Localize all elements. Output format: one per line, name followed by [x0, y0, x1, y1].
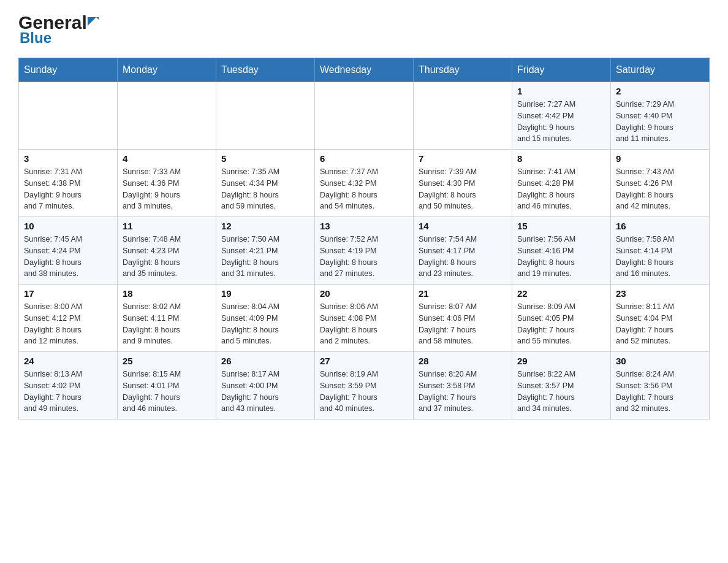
day-number: 6 — [320, 153, 408, 164]
day-info: Sunrise: 7:56 AMSunset: 4:16 PMDaylight:… — [517, 234, 605, 280]
weekday-header-wednesday: Wednesday — [315, 58, 414, 82]
header: General Blue — [18, 12, 710, 47]
day-number: 4 — [123, 153, 211, 164]
calendar-week-5: 24Sunrise: 8:13 AMSunset: 4:02 PMDayligh… — [19, 352, 710, 419]
day-info: Sunrise: 8:13 AMSunset: 4:02 PMDaylight:… — [24, 369, 112, 415]
day-number: 29 — [517, 356, 605, 366]
calendar-cell: 1Sunrise: 7:27 AMSunset: 4:42 PMDaylight… — [512, 82, 611, 150]
calendar-cell: 26Sunrise: 8:17 AMSunset: 4:00 PMDayligh… — [216, 352, 315, 419]
day-info: Sunrise: 7:45 AMSunset: 4:24 PMDaylight:… — [24, 234, 112, 280]
calendar-cell: 22Sunrise: 8:09 AMSunset: 4:05 PMDayligh… — [512, 285, 611, 352]
calendar-cell: 6Sunrise: 7:37 AMSunset: 4:32 PMDaylight… — [315, 150, 414, 217]
day-number: 1 — [517, 86, 605, 96]
day-info: Sunrise: 7:39 AMSunset: 4:30 PMDaylight:… — [419, 166, 507, 212]
day-number: 14 — [419, 221, 507, 231]
day-info: Sunrise: 8:17 AMSunset: 4:00 PMDaylight:… — [221, 369, 309, 415]
weekday-header-sunday: Sunday — [19, 58, 118, 82]
day-number: 25 — [123, 356, 211, 366]
calendar-cell — [118, 82, 216, 150]
calendar-cell — [414, 82, 512, 150]
day-number: 13 — [320, 221, 408, 231]
svg-marker-1 — [96, 17, 99, 20]
logo-triangle-icon — [88, 17, 99, 28]
calendar-cell: 24Sunrise: 8:13 AMSunset: 4:02 PMDayligh… — [19, 352, 118, 419]
day-info: Sunrise: 7:58 AMSunset: 4:14 PMDaylight:… — [616, 234, 704, 280]
day-info: Sunrise: 7:48 AMSunset: 4:23 PMDaylight:… — [123, 234, 211, 280]
calendar-cell: 23Sunrise: 8:11 AMSunset: 4:04 PMDayligh… — [611, 285, 710, 352]
day-info: Sunrise: 7:29 AMSunset: 4:40 PMDaylight:… — [616, 99, 704, 145]
calendar-cell: 20Sunrise: 8:06 AMSunset: 4:08 PMDayligh… — [315, 285, 414, 352]
calendar-cell: 28Sunrise: 8:20 AMSunset: 3:58 PMDayligh… — [414, 352, 512, 419]
day-number: 23 — [616, 288, 704, 299]
calendar-cell: 25Sunrise: 8:15 AMSunset: 4:01 PMDayligh… — [118, 352, 216, 419]
day-info: Sunrise: 7:37 AMSunset: 4:32 PMDaylight:… — [320, 166, 408, 212]
weekday-header-thursday: Thursday — [414, 58, 512, 82]
day-info: Sunrise: 7:52 AMSunset: 4:19 PMDaylight:… — [320, 234, 408, 280]
day-info: Sunrise: 7:33 AMSunset: 4:36 PMDaylight:… — [123, 166, 211, 212]
day-info: Sunrise: 7:50 AMSunset: 4:21 PMDaylight:… — [221, 234, 309, 280]
calendar-week-4: 17Sunrise: 8:00 AMSunset: 4:12 PMDayligh… — [19, 285, 710, 352]
day-info: Sunrise: 8:19 AMSunset: 3:59 PMDaylight:… — [320, 369, 408, 415]
day-info: Sunrise: 7:35 AMSunset: 4:34 PMDaylight:… — [221, 166, 309, 212]
day-info: Sunrise: 8:04 AMSunset: 4:09 PMDaylight:… — [221, 301, 309, 347]
day-info: Sunrise: 8:07 AMSunset: 4:06 PMDaylight:… — [419, 301, 507, 347]
calendar-cell — [315, 82, 414, 150]
day-number: 20 — [320, 288, 408, 299]
calendar-cell — [19, 82, 118, 150]
day-info: Sunrise: 7:31 AMSunset: 4:38 PMDaylight:… — [24, 166, 112, 212]
calendar-cell — [216, 82, 315, 150]
calendar-cell: 15Sunrise: 7:56 AMSunset: 4:16 PMDayligh… — [512, 217, 611, 285]
day-number: 24 — [24, 356, 112, 366]
calendar-week-2: 3Sunrise: 7:31 AMSunset: 4:38 PMDaylight… — [19, 150, 710, 217]
calendar-cell: 4Sunrise: 7:33 AMSunset: 4:36 PMDaylight… — [118, 150, 216, 217]
svg-marker-0 — [88, 17, 96, 26]
weekday-header-saturday: Saturday — [611, 58, 710, 82]
day-number: 21 — [419, 288, 507, 299]
day-number: 8 — [517, 153, 605, 164]
day-info: Sunrise: 8:24 AMSunset: 3:56 PMDaylight:… — [616, 369, 704, 415]
calendar-cell: 8Sunrise: 7:41 AMSunset: 4:28 PMDaylight… — [512, 150, 611, 217]
calendar-cell: 3Sunrise: 7:31 AMSunset: 4:38 PMDaylight… — [19, 150, 118, 217]
day-info: Sunrise: 7:41 AMSunset: 4:28 PMDaylight:… — [517, 166, 605, 212]
calendar-week-3: 10Sunrise: 7:45 AMSunset: 4:24 PMDayligh… — [19, 217, 710, 285]
day-number: 30 — [616, 356, 704, 366]
day-number: 18 — [123, 288, 211, 299]
weekday-header-row: SundayMondayTuesdayWednesdayThursdayFrid… — [19, 58, 710, 82]
day-number: 10 — [24, 221, 112, 231]
calendar-cell: 27Sunrise: 8:19 AMSunset: 3:59 PMDayligh… — [315, 352, 414, 419]
day-info: Sunrise: 8:09 AMSunset: 4:05 PMDaylight:… — [517, 301, 605, 347]
calendar-cell: 21Sunrise: 8:07 AMSunset: 4:06 PMDayligh… — [414, 285, 512, 352]
calendar-cell: 14Sunrise: 7:54 AMSunset: 4:17 PMDayligh… — [414, 217, 512, 285]
calendar-cell: 10Sunrise: 7:45 AMSunset: 4:24 PMDayligh… — [19, 217, 118, 285]
day-number: 22 — [517, 288, 605, 299]
day-number: 3 — [24, 153, 112, 164]
calendar-cell: 29Sunrise: 8:22 AMSunset: 3:57 PMDayligh… — [512, 352, 611, 419]
calendar-cell: 2Sunrise: 7:29 AMSunset: 4:40 PMDaylight… — [611, 82, 710, 150]
calendar-cell: 17Sunrise: 8:00 AMSunset: 4:12 PMDayligh… — [19, 285, 118, 352]
calendar-week-1: 1Sunrise: 7:27 AMSunset: 4:42 PMDaylight… — [19, 82, 710, 150]
day-info: Sunrise: 7:54 AMSunset: 4:17 PMDaylight:… — [419, 234, 507, 280]
day-info: Sunrise: 7:27 AMSunset: 4:42 PMDaylight:… — [517, 99, 605, 145]
logo-blue-text: Blue — [20, 29, 99, 47]
weekday-header-monday: Monday — [118, 58, 216, 82]
day-info: Sunrise: 8:15 AMSunset: 4:01 PMDaylight:… — [123, 369, 211, 415]
day-number: 17 — [24, 288, 112, 299]
day-number: 26 — [221, 356, 309, 366]
weekday-header-tuesday: Tuesday — [216, 58, 315, 82]
day-info: Sunrise: 8:22 AMSunset: 3:57 PMDaylight:… — [517, 369, 605, 415]
day-number: 27 — [320, 356, 408, 366]
day-number: 19 — [221, 288, 309, 299]
day-number: 5 — [221, 153, 309, 164]
day-number: 7 — [419, 153, 507, 164]
calendar-cell: 19Sunrise: 8:04 AMSunset: 4:09 PMDayligh… — [216, 285, 315, 352]
calendar-cell: 11Sunrise: 7:48 AMSunset: 4:23 PMDayligh… — [118, 217, 216, 285]
day-number: 12 — [221, 221, 309, 231]
day-info: Sunrise: 8:00 AMSunset: 4:12 PMDaylight:… — [24, 301, 112, 347]
calendar-cell: 13Sunrise: 7:52 AMSunset: 4:19 PMDayligh… — [315, 217, 414, 285]
day-number: 16 — [616, 221, 704, 231]
day-info: Sunrise: 8:11 AMSunset: 4:04 PMDaylight:… — [616, 301, 704, 347]
day-number: 15 — [517, 221, 605, 231]
calendar-cell: 9Sunrise: 7:43 AMSunset: 4:26 PMDaylight… — [611, 150, 710, 217]
day-number: 11 — [123, 221, 211, 231]
calendar-cell: 5Sunrise: 7:35 AMSunset: 4:34 PMDaylight… — [216, 150, 315, 217]
